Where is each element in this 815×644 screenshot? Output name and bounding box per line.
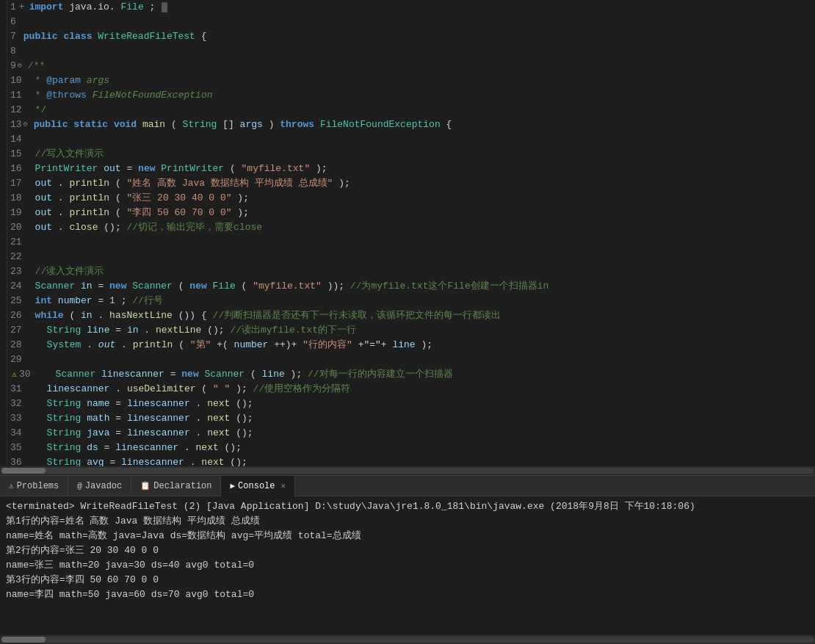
- console-line-2: name=姓名 math=高数 java=Java ds=数据结构 avg=平均…: [6, 529, 809, 543]
- javadoc-label: Javadoc: [85, 481, 122, 491]
- code-line-25: 25 int number = 1 ; //行号: [10, 294, 815, 308]
- tab-declaration[interactable]: 📋 Declaration: [131, 476, 221, 496]
- code-line-14: 14: [10, 132, 815, 147]
- code-line-33: 33 String math = linescanner . next ();: [10, 411, 815, 426]
- editor-gutter: [0, 0, 7, 466]
- code-line-24: 24 Scanner in = new Scanner ( new File (…: [10, 279, 815, 294]
- console-line-4: name=张三 math=20 java=30 ds=40 avg0 total…: [6, 558, 809, 573]
- code-line-28: 28 System . out . println ( "第" +( numbe…: [10, 338, 815, 352]
- code-line-30: ⚠ 30 Scanner linescanner = new Scanner (…: [10, 367, 815, 382]
- console-close-icon[interactable]: ✕: [281, 481, 286, 491]
- code-line-1: 1 + import java.io. File ;: [10, 0, 815, 15]
- cursor: [162, 2, 167, 12]
- code-line-26: 26 while ( in . hasNextLine ()) { //判断扫描…: [10, 308, 815, 323]
- code-line-7: 7 public class WriteReadFileTest {: [10, 29, 815, 44]
- editor-scrollbar[interactable]: [0, 466, 815, 475]
- code-line-20: 20 out . close (); //切记，输出完毕，需要close: [10, 220, 815, 235]
- console-label: Console: [238, 481, 275, 491]
- code-line-31: 31 linescanner . useDelimiter ( " " ); /…: [10, 382, 815, 397]
- tab-console[interactable]: ▶ Console ✕: [221, 476, 295, 496]
- console-line-1: 第1行的内容=姓名 高数 Java 数据结构 平均成绩 总成绩: [6, 514, 809, 529]
- console-icon: ▶: [230, 481, 235, 491]
- code-line-27: 27 String line = in . nextLine (); //读出m…: [10, 323, 815, 338]
- code-line-10: 10 * @param args: [10, 73, 815, 88]
- tabs-bar: ⚠ Problems @ Javadoc 📋 Declaration ▶ Con…: [0, 476, 815, 496]
- problems-icon: ⚠: [9, 481, 14, 491]
- code-line-18: 18 out . println ( "张三 20 30 40 0 0" );: [10, 191, 815, 206]
- console-terminated: <terminated> WriteReadFileTest (2) [Java…: [6, 499, 809, 514]
- console-line-3: 第2行的内容=张三 20 30 40 0 0: [6, 543, 809, 558]
- code-line-22: 22: [10, 250, 815, 264]
- declaration-label: Declaration: [153, 481, 211, 491]
- tab-javadoc[interactable]: @ Javadoc: [68, 476, 131, 496]
- console-line-5: 第3行的内容=李四 50 60 70 0 0: [6, 573, 809, 587]
- code-content[interactable]: 1 + import java.io. File ; 6 7 publ: [7, 0, 815, 466]
- code-line-23: 23 //读入文件演示: [10, 264, 815, 279]
- code-line-32: 32 String name = linescanner . next ();: [10, 397, 815, 411]
- code-line-16: 16 PrintWriter out = new PrintWriter ( "…: [10, 162, 815, 176]
- code-line-29: 29: [10, 352, 815, 367]
- tab-problems[interactable]: ⚠ Problems: [0, 476, 68, 496]
- code-line-36: 36 String avg = linescanner . next ();: [10, 455, 815, 466]
- code-editor: 1 + import java.io. File ; 6 7 publ: [0, 0, 815, 475]
- code-line-12: 12 */: [10, 103, 815, 117]
- keyword-import: import: [29, 1, 64, 12]
- problems-label: Problems: [17, 481, 59, 491]
- bottom-scrollbar[interactable]: [0, 635, 815, 644]
- declaration-icon: 📋: [140, 481, 151, 491]
- code-line-15: 15 //写入文件演示: [10, 147, 815, 162]
- warning-icon: ⚠: [12, 367, 17, 382]
- console-output: <terminated> WriteReadFileTest (2) [Java…: [0, 496, 815, 635]
- console-line-6: name=李四 math=50 java=60 ds=70 avg0 total…: [6, 587, 809, 602]
- code-line-35: 35 String ds = linescanner . next ();: [10, 441, 815, 455]
- code-line-34: 34 String java = linescanner . next ();: [10, 426, 815, 441]
- javadoc-icon: @: [77, 482, 82, 491]
- code-line-6: 6: [10, 15, 815, 29]
- bottom-panel: ⚠ Problems @ Javadoc 📋 Declaration ▶ Con…: [0, 475, 815, 644]
- code-line-8: 8: [10, 44, 815, 59]
- code-line-17: 17 out . println ( "姓名 高数 Java 数据结构 平均成绩…: [10, 176, 815, 191]
- code-line-19: 19 out . println ( "李四 50 60 70 0 0" );: [10, 206, 815, 220]
- code-line-9: 9 ⊖ /**: [10, 59, 815, 73]
- code-line-13: 13 ⊖ public static void main ( String []…: [10, 117, 815, 132]
- code-line-11: 11 * @throws FileNotFoundException: [10, 88, 815, 103]
- code-line-21: 21: [10, 235, 815, 250]
